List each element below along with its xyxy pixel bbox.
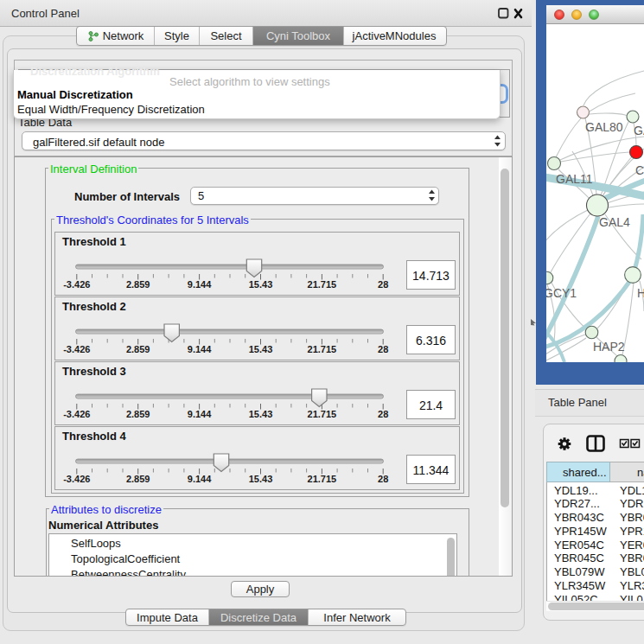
svg-text:21.715: 21.715 <box>308 409 337 419</box>
svg-text:2.859: 2.859 <box>126 344 150 354</box>
svg-text:2.859: 2.859 <box>126 279 150 290</box>
svg-text:9.144: 9.144 <box>188 279 212 290</box>
svg-text:-3.426: -3.426 <box>63 409 90 419</box>
svg-text:GAL11: GAL11 <box>556 172 593 186</box>
svg-text:-3.426: -3.426 <box>63 474 90 484</box>
svg-text:9.144: 9.144 <box>188 474 212 484</box>
svg-text:21.715: 21.715 <box>308 279 337 290</box>
svg-text:15.43: 15.43 <box>249 474 273 484</box>
svg-text:GA: GA <box>634 124 644 137</box>
svg-text:2.859: 2.859 <box>126 409 150 419</box>
svg-text:C: C <box>635 163 644 177</box>
svg-text:-3.426: -3.426 <box>63 344 90 354</box>
svg-text:GCY1: GCY1 <box>546 286 577 300</box>
svg-text:28: 28 <box>378 279 388 290</box>
svg-text:28: 28 <box>378 474 388 484</box>
svg-text:28: 28 <box>378 409 388 419</box>
svg-text:GAL80: GAL80 <box>585 120 623 134</box>
svg-text:-3.426: -3.426 <box>63 279 90 290</box>
svg-text:9.144: 9.144 <box>188 409 212 419</box>
svg-text:15.43: 15.43 <box>249 279 273 290</box>
svg-text:H: H <box>637 286 644 300</box>
svg-text:21.715: 21.715 <box>308 474 337 484</box>
svg-text:15.43: 15.43 <box>249 344 273 354</box>
svg-text:9.144: 9.144 <box>188 344 212 354</box>
svg-text:28: 28 <box>378 344 388 354</box>
svg-text:HAP2: HAP2 <box>593 340 625 354</box>
svg-text:21.715: 21.715 <box>308 344 337 354</box>
svg-text:2.859: 2.859 <box>126 474 150 484</box>
svg-text:GAL4: GAL4 <box>599 215 630 229</box>
svg-text:15.43: 15.43 <box>249 409 273 419</box>
